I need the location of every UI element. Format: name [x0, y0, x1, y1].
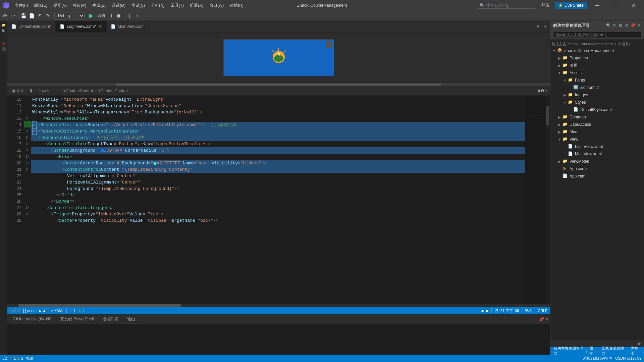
nav-next-btn[interactable]: ▶	[486, 309, 489, 313]
toolbar-add-btn[interactable]: +	[545, 89, 547, 93]
toolbar-start-label[interactable]: 启动	[96, 12, 106, 19]
tab-login-view[interactable]: 📄 LoginView.xaml* ✕	[56, 21, 107, 32]
design-view-btn[interactable]: ▣ 设计	[10, 88, 26, 94]
panel-tab-errors[interactable]: 错误列表	[98, 316, 122, 323]
se-dataaccess-node[interactable]: ▶ 📁 DataAccess	[550, 121, 644, 128]
toolbar-undo-btn[interactable]: ↶	[36, 12, 43, 19]
tabs-overflow-btn[interactable]: ▼	[535, 23, 541, 30]
se-appxaml-node[interactable]: 📄 App.xaml	[550, 172, 644, 180]
activity-ext-icon[interactable]: ⬛	[1, 46, 6, 52]
menu-tools[interactable]: 工具(T)	[168, 2, 186, 9]
se-images-node[interactable]: ▶ 📁 Images	[550, 91, 644, 99]
activity-debug-icon[interactable]: 🐞	[1, 40, 6, 46]
toolbar-settings-btn[interactable]: ⚙	[541, 89, 544, 93]
se-appconfig-node[interactable]: ⚙ App.config	[550, 165, 644, 172]
toolbar-stop-btn[interactable]: ⏹	[115, 12, 122, 19]
status-errors[interactable]: ✕ 1 ⚠ 1	[69, 309, 84, 313]
debug-config-dropdown[interactable]: Debug	[54, 12, 85, 19]
toolbar-save-btn[interactable]: 💾	[20, 12, 27, 19]
taskbar-ready-label: 就绪	[26, 356, 33, 361]
menu-file[interactable]: 文件(F)	[12, 2, 31, 9]
menu-extensions[interactable]: 扩展(X)	[187, 2, 206, 9]
login-button[interactable]: 登录	[539, 2, 552, 9]
toolbar-sep-1	[18, 13, 18, 19]
se-tab-properties[interactable]: 属性	[587, 345, 598, 355]
menu-debug[interactable]: 调试(D)	[109, 2, 128, 9]
se-refs-node[interactable]: ▶ 📁 引用	[550, 62, 644, 69]
tab-default-style[interactable]: 📄 DefaultStyle.xaml*	[7, 21, 56, 32]
breadcrumb-content-control[interactable]: ⊡ ContentControl	[62, 89, 93, 93]
panel-tab-powershell[interactable]: 开发者 PowerShell	[56, 316, 98, 323]
se-default-style-node[interactable]: 📄 DefaultStyle.xaml	[550, 106, 644, 113]
nav-prev-btn[interactable]: ◀	[481, 309, 483, 313]
se-common-node[interactable]: ▶ 📁 Common	[550, 113, 644, 121]
se-tab-class[interactable]: 类视图	[629, 345, 643, 355]
se-close-btn[interactable]: ✕	[636, 23, 641, 28]
panel-tab-output[interactable]: 输出	[123, 316, 139, 323]
toolbar-step-over[interactable]: ⤵	[125, 12, 133, 19]
activity-search-icon[interactable]: 🔍	[1, 28, 6, 34]
error-status[interactable]: ✕ 1 ⚠ 1	[10, 356, 23, 361]
title-search-input[interactable]	[486, 3, 533, 8]
activity-git-icon[interactable]: ⑂	[1, 34, 6, 40]
se-properties-node[interactable]: ▶ 📁 Properties	[550, 54, 644, 62]
se-settings-btn[interactable]: ⚙	[624, 23, 629, 28]
se-mainview-node[interactable]: 📄 MainView.xaml	[550, 150, 644, 158]
breadcrumb-content-control-2[interactable]: ⊡ ContentControl	[97, 89, 128, 93]
tab-close-login[interactable]: ✕	[98, 24, 102, 29]
editor-horizontal-scrollbar[interactable]	[7, 304, 550, 307]
editor-vertical-scrollbar[interactable]	[545, 96, 550, 304]
menu-window[interactable]: 窗口(W)	[207, 2, 226, 9]
xaml-view-btn[interactable]: ⊞ XAML	[36, 88, 54, 94]
se-view-node[interactable]: ▼ 📁 View	[550, 136, 644, 143]
panel-close-btn[interactable]: ✕	[545, 317, 549, 322]
se-loginview-node[interactable]: 📄 LoginView.xaml	[550, 143, 644, 150]
assets-icon: 📁	[562, 70, 568, 75]
menu-edit[interactable]: 编辑(E)	[31, 2, 50, 9]
toolbar-start-btn[interactable]: ▶	[88, 12, 95, 19]
toolbar-attach-btn[interactable]: ⏸	[107, 12, 114, 19]
appxaml-icon: 📄	[562, 173, 568, 179]
minimize-button[interactable]: ─	[590, 0, 605, 11]
se-tab-team[interactable]: 团队资源管理器	[600, 345, 627, 355]
toolbar-step-in[interactable]: ⤷	[133, 12, 141, 19]
title-search-box[interactable]: 🔍	[477, 2, 536, 9]
xaml-view-toggle[interactable]: ⇅	[27, 88, 34, 94]
toolbar-save-all-btn[interactable]: 📄	[28, 12, 35, 19]
tab-main-view[interactable]: 📄 MainView.xaml	[107, 21, 149, 32]
activity-explore-icon[interactable]: 📁	[1, 22, 6, 28]
live-share-button[interactable]: ⚡ Live Share	[555, 2, 587, 9]
se-model-node[interactable]: ▶ 📁 Model	[550, 128, 644, 136]
status-zoom[interactable]: 132 %	[10, 309, 20, 313]
se-collapse-btn[interactable]: ⊟	[618, 23, 623, 28]
se-pin-btn[interactable]: 📌	[630, 23, 635, 28]
code-content-area[interactable]: FontFamily="Microsoft YaHei" FontWeight=…	[31, 96, 525, 304]
menu-project[interactable]: 项目(P)	[70, 2, 89, 9]
se-tab-explorer[interactable]: 解决方案资源管理器	[552, 345, 586, 355]
se-viewmodel-node[interactable]: ▶ 📁 ViewModel	[550, 158, 644, 165]
panel-pin-btn[interactable]: 📌	[539, 317, 544, 322]
close-button[interactable]: ✕	[626, 0, 641, 11]
se-search-input[interactable]	[553, 32, 641, 38]
se-styles-node[interactable]: ▼ 📁 Styles	[550, 99, 644, 106]
se-assets-node[interactable]: ▼ 📁 Assets	[550, 69, 644, 76]
preview-scrollbar[interactable]	[7, 83, 550, 86]
se-project-node[interactable]: ▼ 📦 Zhaoxi.CourseManagement	[550, 47, 644, 54]
menu-build[interactable]: 生成(B)	[90, 2, 108, 9]
se-search-btn[interactable]: 🔍	[606, 23, 611, 28]
toolbar-redo-btn[interactable]: ↷	[44, 12, 51, 19]
menu-analyze[interactable]: 分析(N)	[148, 2, 167, 9]
toolbar-new-btn[interactable]: ⟳	[1, 12, 9, 19]
panel-tab-output-cs[interactable]: C# Interactive (64-bit)	[9, 316, 55, 323]
se-iconfont-node[interactable]: 🔤 iconfont.ttf	[550, 84, 644, 91]
toolbar-back-btn[interactable]: ↩	[9, 12, 17, 19]
tabs-new-btn[interactable]: +	[542, 23, 549, 30]
maximize-button[interactable]: □	[608, 0, 623, 11]
menu-view[interactable]: 视图(V)	[51, 2, 69, 9]
se-fonts-node[interactable]: ▼ 📁 Fonts	[550, 76, 644, 84]
menu-test[interactable]: 测试(S)	[129, 2, 148, 9]
taskbar-add-source-btn[interactable]: 添加到源代码管理	[583, 356, 612, 361]
se-refresh-btn[interactable]: ⟳	[612, 23, 617, 28]
menu-help[interactable]: 帮助(H)	[227, 2, 246, 9]
toolbar-split-btn[interactable]: ⊞	[537, 89, 540, 93]
